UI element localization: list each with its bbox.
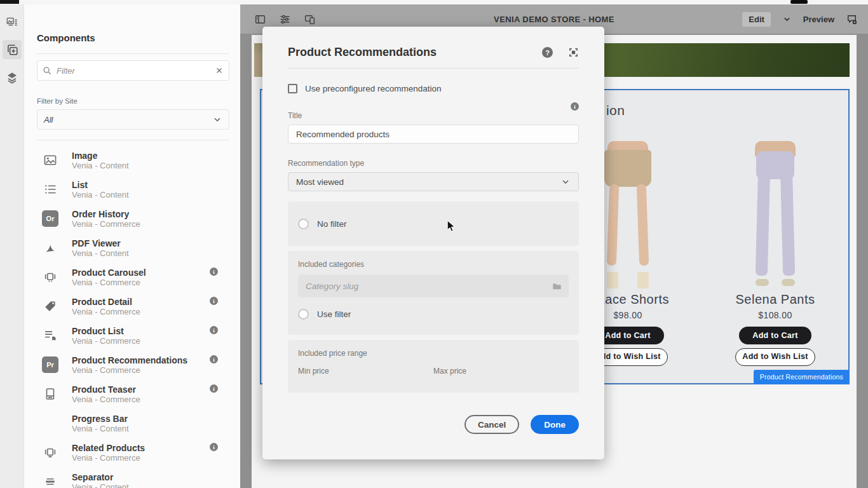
- annotate-icon[interactable]: [846, 13, 858, 25]
- mouse-cursor: [446, 220, 456, 233]
- help-icon[interactable]: ?: [542, 47, 553, 58]
- list-icon: [41, 180, 60, 199]
- min-price-label: Min price: [298, 367, 433, 376]
- component-item-progress-bar[interactable]: Progress Bar Venia - Content: [37, 409, 229, 438]
- product-card: Selena Pants $108.00 Add to Cart Add to …: [705, 141, 845, 366]
- component-item-pdf-viewer[interactable]: PDF Viewer Venia - Content: [37, 233, 229, 262]
- carousel-icon: [41, 268, 60, 287]
- site-filter-value: All: [44, 115, 53, 125]
- content-tree-icon[interactable]: [3, 68, 22, 87]
- side-panel-toggle-icon[interactable]: [254, 13, 266, 25]
- related-products-icon: [41, 443, 60, 462]
- folder-icon[interactable]: [552, 281, 562, 292]
- component-item-separator[interactable]: Separator Venia - Content: [37, 467, 229, 488]
- clear-filter-icon[interactable]: [215, 66, 224, 75]
- recommendation-type-label: Recommendation type: [288, 159, 579, 168]
- filter-by-site-label: Filter by Site: [37, 97, 229, 105]
- cancel-button[interactable]: Cancel: [465, 415, 519, 434]
- info-icon[interactable]: i: [210, 326, 218, 334]
- section-heading-fragment: ion: [606, 103, 625, 118]
- no-icon: [41, 414, 60, 433]
- dialog-title: Product Recommendations: [288, 46, 542, 59]
- divider: [37, 53, 229, 54]
- site-filter-select[interactable]: All: [37, 109, 229, 130]
- price-range-panel: Included price range Min price Max price: [288, 340, 579, 393]
- product-recommendations-badge-icon: Pr: [41, 355, 60, 374]
- component-label-badge: Product Recommendations: [754, 370, 850, 384]
- fullscreen-icon[interactable]: [568, 47, 579, 58]
- preconfigured-checkbox-label: Use preconfigured recommendation: [305, 84, 442, 93]
- info-icon[interactable]: i: [571, 102, 579, 111]
- aem-editor-screen: Components Filter by Site All: [0, 0, 868, 488]
- tag-icon: [41, 297, 60, 316]
- info-icon[interactable]: i: [210, 355, 218, 363]
- info-icon[interactable]: i: [210, 297, 218, 305]
- product-image: [728, 141, 823, 288]
- component-item-related-products[interactable]: Related Products Venia - Commerce i: [37, 438, 229, 467]
- price-range-label: Included price range: [298, 349, 569, 358]
- component-item-product-teaser[interactable]: Product Teaser Venia - Commerce i: [37, 379, 229, 409]
- use-filter-radio[interactable]: [298, 309, 309, 320]
- mode-chevron-down-icon[interactable]: [782, 15, 792, 24]
- pdf-icon: [41, 238, 60, 257]
- preview-button[interactable]: Preview: [803, 15, 834, 24]
- filter-input[interactable]: [37, 60, 229, 81]
- preconfigured-checkbox[interactable]: [288, 84, 297, 93]
- info-icon[interactable]: i: [210, 443, 218, 451]
- component-item-product-recommendations[interactable]: Pr Product Recommendations Venia - Comme…: [37, 350, 229, 379]
- included-categories-label: Included categories: [298, 260, 569, 269]
- product-name: Selena Pants: [705, 292, 845, 307]
- components-panel: Components Filter by Site All: [24, 4, 240, 488]
- product-recommendations-dialog: Product Recommendations ? Use preconfigu…: [262, 27, 604, 459]
- side-rail: [0, 4, 24, 488]
- separator-icon: [41, 472, 60, 488]
- no-filter-panel: No filter: [288, 201, 579, 246]
- no-filter-radio[interactable]: [298, 219, 309, 229]
- component-filter: [37, 60, 229, 81]
- component-item-list[interactable]: List Venia - Content: [37, 175, 229, 204]
- use-filter-label: Use filter: [317, 309, 351, 319]
- top-strip: [0, 0, 868, 4]
- order-history-badge-icon: Or: [41, 209, 60, 228]
- component-item-image[interactable]: Image Venia - Content: [37, 146, 229, 175]
- divider: [37, 140, 229, 140]
- search-icon: [42, 65, 52, 76]
- page-properties-icon[interactable]: [279, 13, 291, 25]
- info-icon[interactable]: i: [210, 384, 218, 393]
- product-price: $108.00: [705, 310, 845, 320]
- add-to-wishlist-button[interactable]: Add to Wish List: [735, 348, 815, 366]
- component-item-product-list[interactable]: Product List Venia - Commerce i: [37, 321, 229, 350]
- no-filter-label: No filter: [317, 219, 347, 229]
- title-field-label: Title: [288, 111, 579, 120]
- recommendation-type-select[interactable]: Most viewed: [288, 172, 579, 191]
- emulator-icon[interactable]: [304, 13, 316, 25]
- asset-browser-icon[interactable]: [3, 12, 22, 31]
- components-icon[interactable]: [3, 40, 22, 59]
- add-to-cart-button[interactable]: Add to Cart: [739, 327, 811, 344]
- max-price-label: Max price: [433, 367, 569, 376]
- side-panel: Components Filter by Site All: [0, 4, 240, 488]
- included-categories-panel: Included categories Use filter: [288, 251, 579, 335]
- info-icon[interactable]: i: [210, 268, 218, 276]
- title-field-input[interactable]: [288, 125, 579, 144]
- category-slug-input[interactable]: [298, 274, 569, 297]
- chevron-down-icon: [560, 177, 571, 187]
- top-strip-marker: [790, 0, 808, 4]
- component-list: Image Venia - Content List Venia - Conte…: [37, 146, 229, 488]
- teaser-icon: [41, 384, 60, 403]
- component-item-product-detail[interactable]: Product Detail Venia - Commerce i: [37, 292, 229, 321]
- image-icon: [41, 151, 60, 170]
- dialog-form: Use preconfigured recommendation i Title…: [262, 69, 604, 393]
- panel-title: Components: [37, 32, 229, 43]
- product-list-icon: [41, 326, 60, 345]
- top-strip-left-mark: [0, 0, 19, 4]
- chevron-down-icon: [212, 114, 222, 125]
- component-item-product-carousel[interactable]: Product Carousel Venia - Commerce i: [37, 262, 229, 292]
- edit-mode-button[interactable]: Edit: [742, 12, 771, 27]
- recommendation-type-value: Most viewed: [296, 177, 344, 187]
- done-button[interactable]: Done: [531, 415, 579, 434]
- component-item-order-history[interactable]: Or Order History Venia - Commerce: [37, 204, 229, 233]
